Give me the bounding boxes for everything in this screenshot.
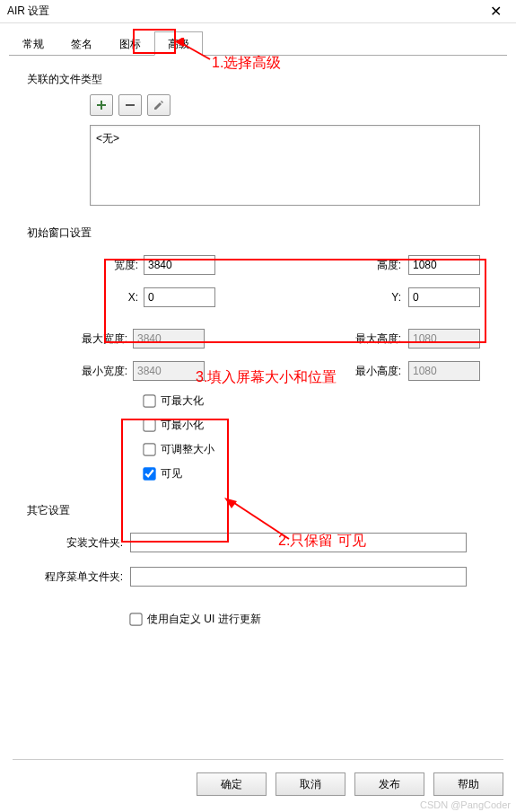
- annotation-highlight-tab: [133, 29, 176, 54]
- footer-buttons: 确定 取消 发布 帮助: [13, 759, 503, 796]
- tab-signature[interactable]: 签名: [57, 31, 106, 56]
- minh-label: 最小高度:: [354, 364, 408, 379]
- plus-icon: [96, 100, 107, 110]
- cancel-button[interactable]: 取消: [275, 772, 345, 796]
- annotation-highlight-grid: [104, 259, 486, 343]
- help-button[interactable]: 帮助: [433, 772, 503, 796]
- custom-ui-checkbox[interactable]: [129, 613, 142, 625]
- pencil-icon: [153, 100, 164, 110]
- title-bar: AIR 设置 ✕: [0, 0, 516, 23]
- watermark: CSDN @PangCoder: [420, 799, 511, 810]
- install-dir-label: 安装文件夹:: [9, 535, 130, 551]
- remove-button[interactable]: [118, 94, 142, 116]
- other-label: 其它设置: [27, 503, 507, 518]
- filetypes-toolbar: [90, 94, 507, 116]
- add-button[interactable]: [90, 94, 113, 116]
- filetypes-label: 关联的文件类型: [27, 72, 507, 87]
- close-icon[interactable]: ✕: [483, 3, 509, 20]
- maximize-label: 可最大化: [161, 393, 204, 409]
- maximize-checkbox[interactable]: [143, 394, 155, 407]
- initwin-label: 初始窗口设置: [27, 225, 507, 241]
- minw-label: 最小宽度:: [63, 364, 133, 379]
- filetypes-list[interactable]: <无>: [90, 125, 480, 206]
- minw-input: [133, 361, 205, 381]
- minus-icon: [125, 100, 136, 110]
- window-title: AIR 设置: [7, 4, 49, 19]
- menu-dir-input[interactable]: [130, 567, 467, 587]
- tab-general[interactable]: 常规: [9, 31, 57, 56]
- ok-button[interactable]: 确定: [197, 772, 267, 796]
- custom-ui-label: 使用自定义 UI 进行更新: [147, 612, 261, 627]
- menu-dir-label: 程序菜单文件夹:: [9, 569, 130, 585]
- edit-button[interactable]: [147, 94, 171, 116]
- publish-button[interactable]: 发布: [354, 772, 424, 796]
- filetypes-empty: <无>: [96, 132, 119, 145]
- annotation-highlight-checkboxes: [121, 419, 229, 543]
- minh-input: [408, 361, 480, 381]
- svg-rect-0: [126, 104, 135, 106]
- tabs-bar: 常规 签名 图标 高级: [9, 31, 507, 56]
